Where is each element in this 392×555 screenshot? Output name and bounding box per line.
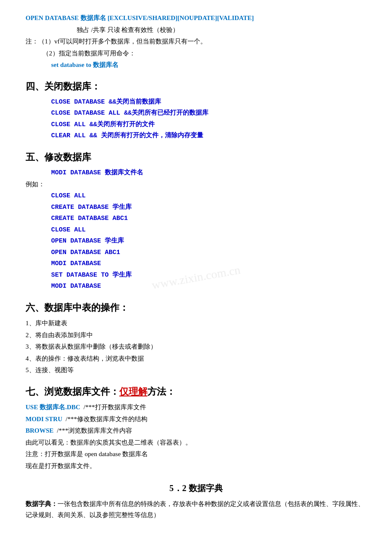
example-cmd-9: MODI DATABASE [51,281,366,292]
close-db-cmd3: CLOSE ALL &&关闭所有打开的文件 [51,119,366,130]
browse-cmd1: USE 数据库名.DBC /***打开数据库库文件 [26,402,366,413]
browse-cmd2: MODI STRU /***修改数据库库文件的结构 [26,414,366,425]
data-dict-text: 一张包含数据库中所有信息的特殊的表，存放表中各种数据的定义或者设置信息（包括表的… [26,500,364,518]
modi-stru-cmd: MODI STRU [26,416,62,422]
close-db-heading: 四、关闭数据库： [26,78,366,94]
open-db-command: OPEN DATABASE 数据库名 [EXCLUSIVE/SHARED][NO… [26,14,254,21]
browse-cmd3: BROWSE /***浏览数据库库文件内容 [26,425,366,436]
close-db-cmd2: CLOSE DATABASE ALL &&关闭所有已经打开的数据库 [51,108,366,119]
browse-emphasis: 仅理解 [119,386,147,397]
close-db-cmd4: CLEAR ALL && 关闭所有打开的文件，清除内存变量 [51,130,366,142]
browse-note3: 现在是打开数据库文件。 [26,461,366,472]
open-db-note-text: 注：（1）vf可以同时打开多个数据库，但当前数据库只有一个。 [26,38,207,45]
browse-suffix: 方法： [147,386,176,397]
data-dict-heading: 5．2 数据字典 [26,481,366,495]
data-dict-definition: 数据字典：一张包含数据库中所有信息的特殊的表，存放表中各种数据的定义或者设置信息… [26,499,366,520]
open-db-setcmd: set database to 数据库名 [51,60,366,71]
modi-stru-comment: /***修改数据库库文件的结构 [66,416,147,422]
example-cmd-5: OPEN DATABASE 学生库 [51,236,366,247]
table-ops-item4: 4、表的操作：修改表结构，浏览表中数据 [26,353,366,364]
modify-db-section: 五、修改数据库 MODI DATABASE 数据库文件名 例如： CLOSE A… [26,149,366,292]
table-ops-item5: 5、连接、视图等 [26,365,366,376]
data-dict-bold: 数据字典： [26,500,58,507]
example-cmd-3: CREATE DATABASE ABC1 [51,213,366,224]
open-db-note2-text: （2）指定当前数据库可用命令： [43,50,135,57]
browse-note1: 由此可以看见：数据库的实质其实也是二维表（容器表）。 [26,437,366,448]
modi-db-cmd: MODI DATABASE 数据库文件名 [51,168,366,179]
browse-db-heading: 七、浏览数据库文件：仅理解方法： [26,384,366,399]
browse-db-heading-text: 七、浏览数据库文件： [26,386,119,397]
open-db-note1: 注：（1）vf可以同时打开多个数据库，但当前数据库只有一个。 [26,36,366,47]
table-ops-item1: 1、库中新建表 [26,318,366,329]
close-db-section: 四、关闭数据库： CLOSE DATABASE &&关闭当前数据库 CLOSE … [26,78,366,142]
close-db-cmd1: CLOSE DATABASE &&关闭当前数据库 [51,97,366,108]
browse-db-section: 七、浏览数据库文件：仅理解方法： USE 数据库名.DBC /***打开数据库库… [26,384,366,471]
example-cmd-8: SET DATABASE TO 学生库 [51,270,366,281]
set-database-cmd: set database to 数据库名 [51,61,118,68]
table-ops-section: 六、数据库中表的操作： 1、库中新建表 2、将自由表添加到库中 3、将数据表从数… [26,300,366,376]
example-cmd-4: CLOSE ALL [51,225,366,236]
open-db-note2: （2）指定当前数据库可用命令： [43,48,366,59]
use-dbc-comment: /***打开数据库库文件 [84,404,146,410]
example-cmd-7: MODI DATABASE [51,258,366,269]
example-cmd-1: CLOSE ALL [51,191,366,202]
example-cmd-6: OPEN DATABASE ABC1 [51,247,366,258]
table-ops-item3: 3、将数据表从数据库中删除（移去或者删除） [26,341,366,353]
use-dbc-cmd: USE 数据库名.DBC [26,404,80,410]
browse-cmd: BROWSE [26,427,54,434]
example-label: 例如： [26,179,366,190]
browse-comment: /***浏览数据库库文件内容 [57,427,133,434]
table-ops-item2: 2、将自由表添加到库中 [26,330,366,341]
open-db-line1: OPEN DATABASE 数据库名 [EXCLUSIVE/SHARED][NO… [26,13,366,24]
open-db-section: OPEN DATABASE 数据库名 [EXCLUSIVE/SHARED][NO… [26,13,366,71]
open-db-options: 独占 /共享 只读 检查有效性（校验） [77,26,179,33]
open-db-line2: 独占 /共享 只读 检查有效性（校验） [26,25,366,36]
modify-db-heading: 五、修改数据库 [26,149,366,165]
table-ops-heading: 六、数据库中表的操作： [26,300,366,315]
data-dict-section: 5．2 数据字典 数据字典：一张包含数据库中所有信息的特殊的表，存放表中各种数据… [26,481,366,520]
example-cmd-2: CREATE DATABASE 学生库 [51,202,366,213]
browse-note2: 注意：打开数据库是 open database 数据库名 [26,449,366,460]
